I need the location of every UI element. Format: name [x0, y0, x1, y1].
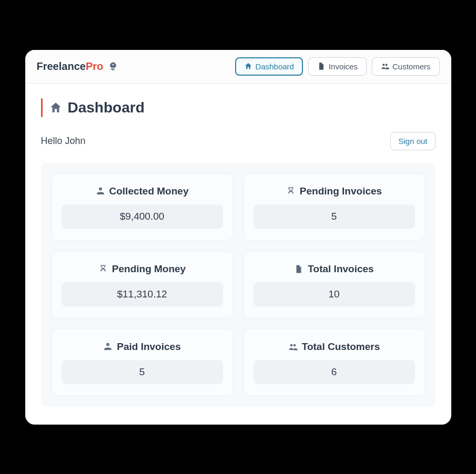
card-value: $11,310.12 [62, 282, 223, 306]
hand-money-icon [96, 187, 105, 196]
hourglass-icon [286, 187, 296, 196]
hand-money-icon [103, 342, 113, 352]
nav-invoices[interactable]: Invoices [308, 57, 367, 76]
card-label: Paid Invoices [117, 341, 180, 353]
home-icon [244, 62, 252, 70]
card-label: Pending Money [112, 263, 186, 275]
nav-invoices-label: Invoices [329, 62, 358, 71]
card-label: Total Invoices [308, 263, 373, 275]
nav-buttons: Dashboard Invoices Customers [235, 57, 440, 76]
nav-customers-label: Customers [392, 62, 431, 71]
card-value: 5 [62, 360, 223, 384]
file-icon [317, 62, 326, 70]
card-collected-money: Collected Money $9,400.00 [52, 173, 233, 241]
users-icon [288, 342, 298, 352]
topbar: FreelancePro Dashboard Invoices [25, 50, 451, 84]
page-title-row: Dashboard [41, 98, 436, 117]
card-value: 6 [254, 360, 415, 384]
brand-text: FreelancePro [37, 60, 104, 73]
page-title: Dashboard [49, 99, 145, 116]
brand-logo: FreelancePro [37, 60, 118, 73]
greeting-text: Hello John [41, 136, 86, 147]
nav-dashboard-label: Dashboard [256, 62, 294, 71]
card-paid-invoices: Paid Invoices 5 [52, 329, 233, 396]
users-icon [381, 62, 389, 70]
rocket-icon [108, 61, 118, 71]
card-total-invoices: Total Invoices 10 [244, 251, 425, 318]
content-area: Dashboard Hello John Sign out Collected … [25, 84, 451, 425]
signout-button[interactable]: Sign out [390, 132, 435, 150]
card-value: 5 [254, 204, 415, 229]
card-total-customers: Total Customers 6 [244, 329, 425, 396]
app-window: FreelancePro Dashboard Invoices [25, 50, 451, 425]
nav-dashboard[interactable]: Dashboard [235, 57, 303, 76]
greeting-row: Hello John Sign out [41, 132, 436, 150]
nav-customers[interactable]: Customers [372, 57, 440, 76]
page-title-text: Dashboard [68, 99, 145, 116]
file-money-icon [294, 264, 303, 274]
card-label: Total Customers [302, 341, 380, 353]
stats-grid: Collected Money $9,400.00 Pending Invoic… [41, 163, 436, 407]
card-pending-invoices: Pending Invoices 5 [244, 173, 425, 241]
card-value: $9,400.00 [62, 204, 223, 229]
card-label: Collected Money [109, 186, 189, 197]
accent-bar [41, 98, 43, 117]
card-label: Pending Invoices [300, 186, 382, 197]
signout-label: Sign out [398, 137, 427, 146]
card-value: 10 [254, 282, 415, 306]
home-icon [49, 101, 63, 115]
card-pending-money: Pending Money $11,310.12 [52, 251, 233, 318]
hourglass-icon [98, 264, 108, 274]
